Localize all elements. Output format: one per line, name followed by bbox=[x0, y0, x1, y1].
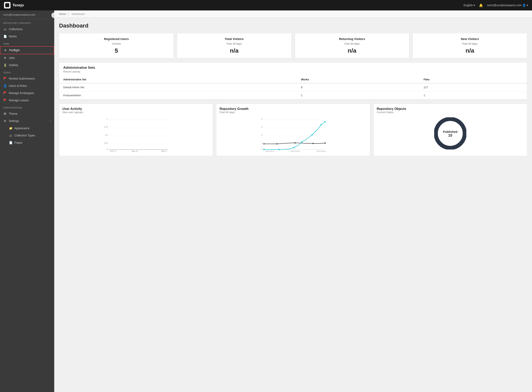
stat-title-total-visitors: Total Visitors bbox=[181, 37, 287, 41]
donut-label: Published 10 bbox=[443, 130, 458, 138]
sidebar-item-appearance[interactable]: 📁 Appearance bbox=[0, 125, 54, 132]
top-nav: Tenejo English ▾ 🔔 norm@curationexperts.… bbox=[0, 0, 532, 10]
user-icon: 👤 bbox=[522, 4, 526, 7]
admin-set-name-1: PostcardAdmin bbox=[59, 91, 297, 99]
leases-icon: 🚩 bbox=[3, 99, 7, 102]
sidebar-item-pages[interactable]: 📄 Pages bbox=[0, 139, 54, 146]
admin-set-files-0: 117 bbox=[420, 83, 527, 91]
admin-set-works-0: 8 bbox=[297, 83, 420, 91]
stat-value-registered-users: 5 bbox=[63, 47, 170, 54]
appearance-icon: 📁 bbox=[9, 126, 12, 130]
admin-sets-subtitle: Recent activity bbox=[63, 70, 523, 73]
stat-sub-returning-visitors: Past 30 days bbox=[299, 42, 405, 45]
language-selector[interactable]: English ▾ bbox=[463, 4, 475, 7]
sidebar-section-jobs: Jobs bbox=[0, 40, 54, 46]
settings-icon: ⚙ bbox=[3, 119, 7, 123]
donut-wrap: Published 10 bbox=[434, 117, 466, 150]
stat-title-returning-visitors: Returning Visitors bbox=[299, 37, 405, 41]
donut-container: Published 10 bbox=[377, 116, 524, 152]
donut-status: Published bbox=[443, 130, 458, 133]
page-title: Dashboard bbox=[59, 23, 527, 29]
notifications-bell[interactable]: 🔔 bbox=[479, 3, 483, 7]
collections-icon: 🗂 bbox=[3, 28, 7, 31]
sidebar-item-sidekiq[interactable]: ⏳ Sidekiq bbox=[0, 61, 54, 69]
top-nav-right: English ▾ 🔔 norm@curationexperts.com 👤 ▾ bbox=[463, 3, 528, 7]
col-header-files: Files bbox=[420, 76, 527, 83]
sidebar-item-works[interactable]: 📄 Works bbox=[0, 33, 54, 40]
col-header-works: Works bbox=[297, 76, 420, 83]
svg-text:0.5: 0.5 bbox=[105, 134, 108, 136]
svg-point-26 bbox=[313, 143, 314, 144]
sidebar-item-review-submissions[interactable]: 🚩 Review Submissions bbox=[0, 75, 54, 82]
donut-count: 10 bbox=[443, 133, 458, 138]
logo-inner bbox=[5, 3, 9, 7]
svg-text:4: 4 bbox=[261, 134, 263, 136]
breadcrumb-current: Dashboard bbox=[72, 12, 85, 15]
admin-sets-header: Administrative Sets Recent activity bbox=[59, 62, 527, 74]
sidebar-item-collections[interactable]: 🗂 Collections bbox=[0, 26, 54, 33]
table-row: PostcardAdmin 1 1 bbox=[59, 91, 527, 99]
stat-value-new-visitors: n/a bbox=[417, 47, 523, 54]
sidebar-section-config: Configuration bbox=[0, 104, 54, 110]
svg-point-23 bbox=[263, 143, 264, 145]
stat-card-total-visitors: Total Visitors Past 30 days n/a bbox=[177, 33, 291, 58]
svg-text:8: 8 bbox=[261, 118, 263, 120]
stat-title-registered-users: Registered Users bbox=[63, 37, 170, 41]
svg-text:Mar 31: Mar 31 bbox=[132, 150, 138, 152]
admin-set-works-1: 1 bbox=[297, 91, 420, 99]
col-header-admin-set: Administrative Set bbox=[59, 76, 297, 83]
stat-value-returning-visitors: n/a bbox=[299, 47, 405, 54]
sidebar-item-theme[interactable]: 🏛 Theme bbox=[0, 110, 54, 117]
embargoes-icon: 🚩 bbox=[3, 91, 7, 95]
chevron-down-icon: ▾ bbox=[474, 4, 475, 7]
svg-text:1: 1 bbox=[107, 118, 108, 120]
bottom-row: User Activity New user signups 1 0.75 0.… bbox=[59, 104, 527, 156]
sidebar-user-email: norm@curationexperts.com bbox=[0, 10, 54, 19]
sidebar-section-tasks: Tasks bbox=[0, 69, 54, 75]
svg-text:Feb 17: Feb 17 bbox=[110, 150, 116, 152]
sidebar-item-manage-embargoes[interactable]: 🚩 Manage Embargoes bbox=[0, 89, 54, 97]
admin-set-files-1: 1 bbox=[420, 91, 527, 99]
svg-point-30 bbox=[293, 147, 295, 148]
sidebar-item-jobs[interactable]: ⚙ Jobs bbox=[0, 54, 54, 61]
svg-point-28 bbox=[263, 149, 264, 150]
top-nav-left: Tenejo bbox=[4, 2, 24, 9]
main-layout: ‹ norm@curationexperts.com Repository Co… bbox=[0, 10, 532, 392]
stat-sub-new-visitors: Past 30 days bbox=[417, 42, 523, 45]
repo-growth-title: Repository Growth bbox=[219, 107, 366, 111]
sidebar-item-settings[interactable]: ⚙ Settings › bbox=[0, 117, 54, 125]
svg-text:2022-04-05: 2022-04-05 bbox=[290, 150, 300, 152]
sidebar: ‹ norm@curationexperts.com Repository Co… bbox=[0, 10, 54, 392]
preflight-icon: ✈ bbox=[4, 49, 7, 52]
logo-box bbox=[4, 2, 10, 9]
user-activity-title: User Activity bbox=[62, 107, 209, 111]
jobs-icon: ⚙ bbox=[3, 56, 7, 60]
breadcrumb-home[interactable]: Home bbox=[59, 12, 66, 15]
stat-card-returning-visitors: Returning Visitors Past 30 days n/a bbox=[295, 33, 409, 58]
table-row: Default Admin Set 8 117 bbox=[59, 83, 527, 91]
svg-point-34 bbox=[324, 121, 326, 122]
content-area: Home / Dashboard Dashboard Registered Us… bbox=[54, 10, 532, 392]
breadcrumb: Home / Dashboard bbox=[54, 10, 532, 18]
user-activity-card: User Activity New user signups 1 0.75 0.… bbox=[59, 104, 213, 156]
svg-point-27 bbox=[324, 142, 326, 144]
user-menu[interactable]: norm@curationexperts.com 👤 ▾ bbox=[487, 4, 528, 7]
repo-objects-subtitle: Current Status bbox=[377, 111, 524, 114]
svg-point-31 bbox=[301, 141, 303, 142]
sidebar-item-collection-types[interactable]: 🗂 Collection Types bbox=[0, 132, 54, 139]
users-icon: 👤 bbox=[3, 84, 7, 87]
repo-growth-subtitle: Past 90 days bbox=[219, 111, 366, 114]
repo-growth-chart: 8 6 4 2 0 bbox=[219, 116, 366, 152]
svg-text:0: 0 bbox=[261, 148, 263, 150]
sidebar-section-repo: Repository Contents bbox=[0, 19, 54, 26]
stat-sub-registered-users: Current bbox=[63, 42, 170, 45]
svg-text:2: 2 bbox=[261, 142, 263, 144]
sidebar-item-users-roles[interactable]: 👤 Users & Roles bbox=[0, 82, 54, 89]
admin-set-name-0: Default Admin Set bbox=[59, 83, 297, 91]
stat-title-new-visitors: New Visitors bbox=[417, 37, 523, 41]
svg-point-32 bbox=[311, 134, 313, 135]
sidebar-item-preflight[interactable]: ✈ Preflight bbox=[0, 46, 54, 54]
sidebar-item-manage-leases[interactable]: 🚩 Manage Leases bbox=[0, 97, 54, 104]
pages-icon: 📄 bbox=[9, 141, 12, 144]
theme-icon: 🏛 bbox=[3, 112, 7, 115]
